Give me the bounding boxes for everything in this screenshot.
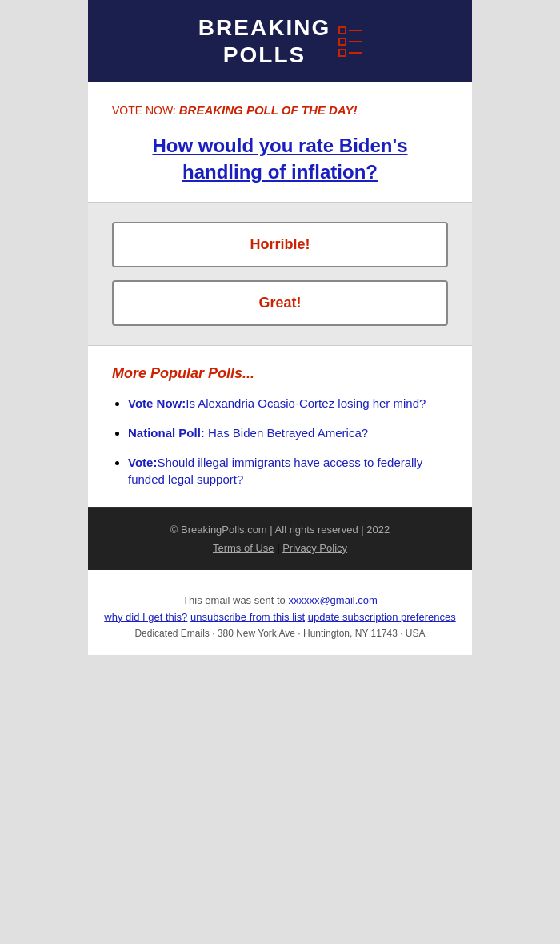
list-item: Vote:Should illegal immigrants have acce… (128, 454, 448, 488)
poll-link-1-bold[interactable]: Vote Now: (128, 396, 186, 410)
horrible-button[interactable]: Horrible! (112, 222, 448, 267)
more-polls-title: More Popular Polls... (112, 365, 448, 382)
email-sent-text: This email was sent to xxxxxx@gmail.com (104, 594, 456, 606)
more-polls-section: More Popular Polls... Vote Now:Is Alexan… (88, 346, 472, 508)
vote-now-label: VOTE NOW: BREAKING POLL OF THE DAY! (112, 102, 448, 119)
list-line-1 (349, 30, 362, 31)
update-preferences-link[interactable]: update subscription preferences (308, 611, 456, 623)
poll-link-2-bold[interactable]: National Poll: (128, 426, 205, 440)
poll-section: VOTE NOW: BREAKING POLL OF THE DAY! How … (88, 82, 472, 203)
email-links: why did I get this? unsubscribe from thi… (104, 611, 456, 623)
email-info-section: This email was sent to xxxxxx@gmail.com … (88, 570, 472, 655)
terms-of-use-link[interactable]: Terms of Use (213, 542, 274, 554)
poll-link-2-text[interactable]: Has Biden Betrayed America? (205, 426, 368, 440)
checkbox-icon-2 (338, 38, 346, 46)
footer-links: Terms of Use | Privacy Policy (104, 542, 456, 554)
more-polls-list: Vote Now:Is Alexandria Ocasio-Cortez los… (112, 395, 448, 488)
brand-icon (338, 26, 362, 57)
poll-question: How would you rate Biden's handling of i… (112, 132, 448, 186)
mailing-address: Dedicated Emails · 380 New York Ave · Hu… (104, 628, 456, 639)
great-button[interactable]: Great! (112, 280, 448, 326)
unsubscribe-link[interactable]: unsubscribe from this list (190, 611, 305, 623)
brand-name-part1: BREAKING POLLS (198, 14, 330, 68)
list-item: Vote Now:Is Alexandria Ocasio-Cortez los… (128, 395, 448, 412)
email-address-link[interactable]: xxxxxx@gmail.com (288, 594, 377, 606)
poll-link-1-text[interactable]: Is Alexandria Ocasio-Cortez losing her m… (186, 396, 426, 410)
header: BREAKING POLLS (88, 0, 472, 82)
privacy-policy-link[interactable]: Privacy Policy (282, 542, 347, 554)
why-link[interactable]: why did I get this? (104, 611, 187, 623)
buttons-section: Horrible! Great! (88, 203, 472, 346)
checkbox-icon-3 (338, 49, 346, 57)
list-line-2 (349, 41, 362, 42)
poll-link-3-text[interactable]: Should illegal immigrants have access to… (128, 456, 422, 486)
email-container: BREAKING POLLS (88, 0, 472, 570)
list-line-3 (349, 52, 362, 54)
email-wrapper: BREAKING POLLS (0, 0, 560, 719)
poll-link-3-bold[interactable]: Vote: (128, 456, 157, 469)
checkbox-icon-1 (338, 26, 346, 34)
list-item: National Poll: Has Biden Betrayed Americ… (128, 424, 448, 441)
header-title: BREAKING POLLS (104, 14, 456, 68)
footer: © BreakingPolls.com | All rights reserve… (88, 508, 472, 570)
footer-copyright: © BreakingPolls.com | All rights reserve… (104, 524, 456, 536)
